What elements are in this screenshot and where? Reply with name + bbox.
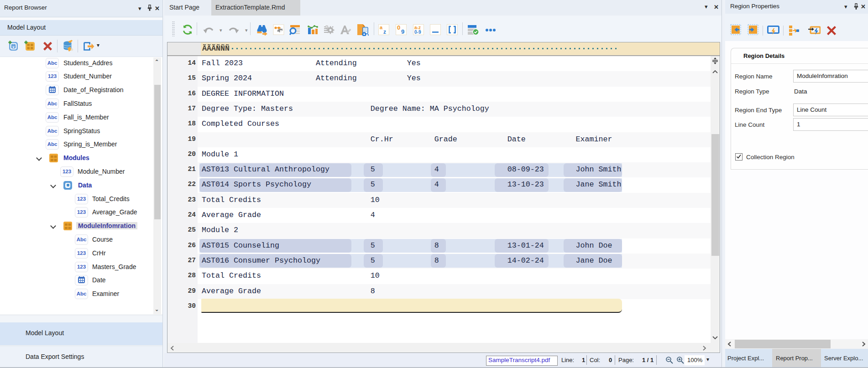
svg-text:0: 0 (397, 24, 400, 31)
svg-text:9: 9 (401, 28, 404, 35)
svg-text:z: z (383, 29, 386, 35)
svg-text:0-9: 0-9 (414, 30, 421, 35)
svg-text:a: a (380, 25, 383, 30)
svg-text:a-z: a-z (414, 25, 421, 30)
